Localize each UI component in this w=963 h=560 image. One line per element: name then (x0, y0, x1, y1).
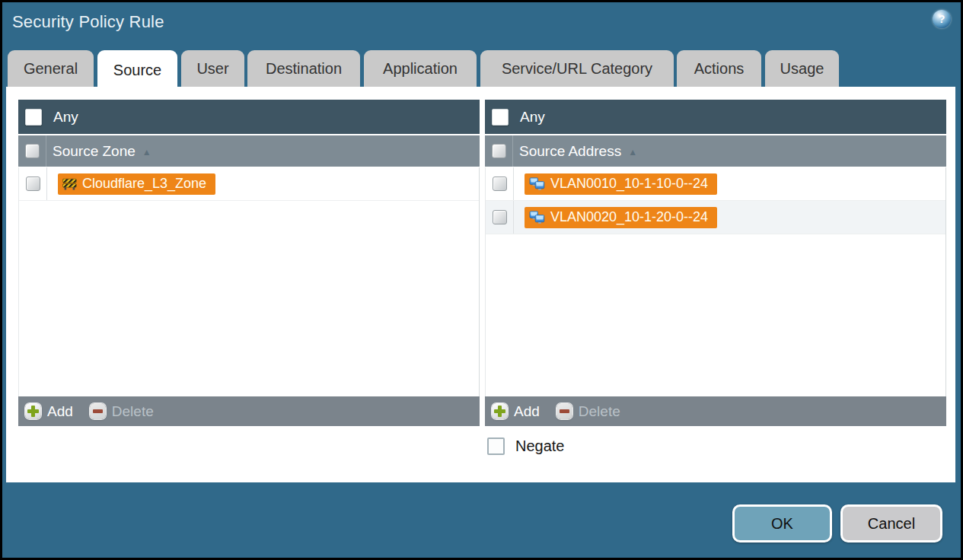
source-address-item-label: VLAN0020_10-1-20-0--24 (550, 209, 708, 225)
source-address-column-label: Source Address (519, 143, 621, 160)
address-icon (529, 177, 545, 191)
source-address-any-label: Any (520, 109, 545, 126)
source-zone-panel: Any Source Zone ▲ (18, 100, 480, 426)
source-zone-any-label: Any (53, 109, 78, 126)
source-zone-any-row: Any (18, 100, 480, 134)
tab-user[interactable]: User (181, 50, 244, 87)
help-icon[interactable]: ? (933, 10, 951, 28)
source-address-any-row: Any (485, 100, 946, 134)
source-address-item-label: VLAN0010_10-1-10-0--24 (550, 176, 708, 192)
source-address-item[interactable]: VLAN0020_10-1-20-0--24 (525, 207, 717, 228)
negate-checkbox[interactable] (487, 438, 505, 455)
sort-ascending-icon: ▲ (142, 145, 151, 158)
source-zone-column-header[interactable]: Source Zone ▲ (18, 135, 480, 167)
source-zone-item-label: Cloudflare_L3_Zone (82, 176, 206, 192)
source-address-panel: Any Source Address ▲ (485, 100, 946, 426)
source-address-row-checkbox[interactable] (493, 210, 507, 224)
source-address-selectall-checkbox[interactable] (492, 144, 506, 158)
source-address-column-header[interactable]: Source Address ▲ (485, 135, 946, 167)
tab-usage[interactable]: Usage (765, 50, 839, 87)
source-zone-selectall-checkbox[interactable] (25, 144, 40, 158)
source-address-row-checkbox[interactable] (493, 177, 507, 191)
source-zone-add-button[interactable]: Add (25, 403, 73, 420)
tab-destination[interactable]: Destination (247, 50, 360, 87)
sort-ascending-icon: ▲ (628, 145, 637, 158)
source-address-toolbar: Add Delete (485, 396, 946, 426)
source-zone-column-label: Source Zone (53, 143, 136, 160)
source-address-row: VLAN0020_10-1-20-0--24 (486, 201, 945, 234)
tab-application[interactable]: Application (364, 50, 477, 87)
ok-button[interactable]: OK (732, 504, 832, 542)
source-zone-item[interactable]: Cloudflare_L3_Zone (58, 173, 215, 195)
address-icon (529, 211, 545, 224)
source-address-list: VLAN0010_10-1-10-0--24 (485, 167, 946, 396)
add-plus-icon (25, 403, 41, 419)
cancel-button[interactable]: Cancel (840, 504, 942, 542)
source-tab-content: Any Source Zone ▲ (6, 87, 955, 482)
source-zone-toolbar: Add Delete (18, 396, 480, 426)
tab-service-url-category[interactable]: Service/URL Category (480, 50, 674, 87)
source-address-add-button[interactable]: Add (492, 403, 540, 420)
negate-label: Negate (515, 438, 565, 455)
help-glyph: ? (939, 13, 945, 25)
source-zone-list: Cloudflare_L3_Zone (18, 167, 480, 396)
tab-source[interactable]: Source (97, 50, 177, 90)
add-plus-icon (492, 403, 508, 419)
source-address-any-checkbox[interactable] (492, 109, 509, 126)
source-zone-row: Cloudflare_L3_Zone (19, 167, 479, 201)
delete-minus-icon (90, 403, 106, 419)
source-zone-row-checkbox[interactable] (26, 177, 40, 191)
source-address-delete-button[interactable]: Delete (556, 403, 620, 420)
source-zone-any-checkbox[interactable] (25, 109, 42, 126)
tab-general[interactable]: General (8, 50, 94, 87)
tab-actions[interactable]: Actions (677, 50, 761, 87)
source-address-item[interactable]: VLAN0010_10-1-10-0--24 (525, 173, 717, 195)
dialog-title: Security Policy Rule (12, 12, 164, 32)
source-zone-delete-button[interactable]: Delete (90, 403, 154, 420)
security-policy-rule-dialog: Security Policy Rule ? General Source Us… (0, 0, 963, 560)
delete-minus-icon (556, 403, 572, 419)
source-address-row: VLAN0010_10-1-10-0--24 (486, 167, 945, 201)
negate-control: Negate (487, 438, 565, 455)
zone-icon (62, 178, 77, 190)
